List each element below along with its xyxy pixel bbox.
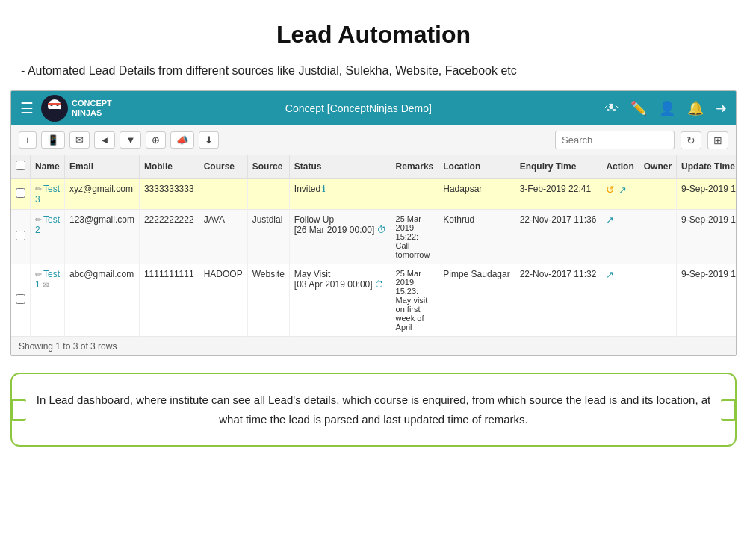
mobile-button[interactable]: 📱 <box>41 131 65 149</box>
col-remarks: Remarks <box>391 155 438 178</box>
row-checkbox[interactable] <box>16 188 25 198</box>
row-status: Follow Up [26 Mar 2019 00:00] ⏱ <box>289 210 391 264</box>
info-icon: ℹ <box>322 184 326 194</box>
nav-left: ☰ CONCEPT NINJAS <box>20 95 112 122</box>
row-update-time: 9-Sep-2019 14:30 <box>677 178 736 210</box>
row-owner <box>639 210 676 264</box>
row-source: Website <box>247 264 289 337</box>
col-status: Status <box>289 155 391 178</box>
table-header-row: Name Email Mobile Course Source Status R… <box>11 155 736 178</box>
col-email: Email <box>65 155 140 178</box>
page-title: Lead Automation <box>0 0 747 62</box>
row-checkbox-cell <box>11 210 31 264</box>
row-location: Kothrud <box>438 210 515 264</box>
toolbar-left: + 📱 ✉ ◄ ▼ ⊕ 📣 ⬇ <box>19 131 219 149</box>
table-row: ✏Test 1 ✉abc@gmail.com1111111111HADOOPWe… <box>11 264 736 337</box>
row-mobile: 3333333333 <box>139 178 199 210</box>
row-course: HADOOP <box>199 264 247 337</box>
row-checkbox[interactable] <box>16 294 25 304</box>
row-location: Pimpe Saudagar <box>438 264 515 337</box>
info-box-text: In Lead dashboard, where institute can s… <box>34 391 713 429</box>
logo-text: CONCEPT NINJAS <box>72 99 112 118</box>
email-button[interactable]: ✉ <box>69 131 90 149</box>
row-location: Hadapsar <box>438 178 515 210</box>
announce-button[interactable]: 📣 <box>170 131 194 149</box>
share-action-icon[interactable]: ↗ <box>619 184 627 196</box>
row-status: Invited ℹ <box>289 178 391 210</box>
row-email: abc@gmail.com <box>65 264 140 337</box>
edit-icon[interactable]: ✏ <box>35 184 42 193</box>
table-row: ✏Test 2123@gmail.com2222222222JAVAJustdi… <box>11 210 736 264</box>
row-action: ↗ <box>601 210 639 264</box>
row-remarks: 25 Mar 2019 15:22: Call tomorrow <box>391 210 438 264</box>
row-enquiry-time: 3-Feb-2019 22:41 <box>515 178 601 210</box>
nav-icons: 👁 ✏️ 👤 🔔 ➜ <box>605 100 727 116</box>
status-text: May Visit [03 Apr 2019 00:00] ⏱ <box>294 269 384 290</box>
page-subtitle: - Automated Lead Details from different … <box>0 62 747 90</box>
filter-button[interactable]: ▼ <box>120 131 141 149</box>
edit-action-icon[interactable]: ↺ <box>606 184 615 196</box>
table-row: ✏Test 3xyz@gmail.com3333333333Invited ℹH… <box>11 178 736 210</box>
col-mobile: Mobile <box>139 155 199 178</box>
bell-icon[interactable]: 🔔 <box>687 100 704 116</box>
share-action-icon[interactable]: ↗ <box>606 269 614 280</box>
email-flag-icon: ✉ <box>43 281 49 289</box>
logo-area: CONCEPT NINJAS <box>41 95 112 122</box>
refresh-button[interactable]: ↻ <box>681 131 701 149</box>
back-button[interactable]: ◄ <box>94 131 116 149</box>
grid-button[interactable]: ⊞ <box>707 131 728 149</box>
table-footer: Showing 1 to 3 of 3 rows <box>11 337 736 355</box>
row-checkbox-cell <box>11 264 31 337</box>
row-checkbox[interactable] <box>16 231 25 240</box>
row-email: 123@gmail.com <box>65 210 140 264</box>
crm-panel: ☰ CONCEPT NINJAS <box>10 90 737 356</box>
download-button[interactable]: ⬇ <box>199 131 219 149</box>
row-owner <box>639 264 676 337</box>
info-box: In Lead dashboard, where institute can s… <box>10 373 737 447</box>
row-remarks: 25 Mar 2019 15:23: May visit on first we… <box>391 264 438 337</box>
col-location: Location <box>438 155 515 178</box>
row-action: ↺↗ <box>601 178 639 210</box>
col-name: Name <box>31 155 65 178</box>
row-source: Justdial <box>247 210 289 264</box>
svg-rect-5 <box>48 103 61 105</box>
row-enquiry-time: 22-Nov-2017 11:32 <box>515 264 601 337</box>
row-name: ✏Test 3 <box>31 178 65 210</box>
col-source: Source <box>247 155 289 178</box>
circle-button[interactable]: ⊕ <box>146 131 166 149</box>
col-course: Course <box>199 155 247 178</box>
nav-brand: Concept [ConceptNinjas Demo] <box>285 102 432 114</box>
toolbar: + 📱 ✉ ◄ ▼ ⊕ 📣 ⬇ ↻ ⊞ <box>11 125 736 155</box>
edit-icon[interactable]: ✏ <box>35 215 42 224</box>
row-name: ✏Test 2 <box>31 210 65 264</box>
status-invited: Invited ℹ <box>294 184 326 194</box>
edit-icon[interactable]: ✏ <box>35 270 42 279</box>
col-update-time: Update Time <box>677 155 736 178</box>
row-checkbox-cell <box>11 178 31 210</box>
add-button[interactable]: + <box>19 131 37 149</box>
row-course: JAVA <box>199 210 247 264</box>
row-remarks <box>391 178 438 210</box>
row-mobile: 2222222222 <box>139 210 199 264</box>
col-enquiry-time: Enquiry Time <box>515 155 601 178</box>
col-owner: Owner <box>639 155 676 178</box>
clock-icon: ⏱ <box>375 279 384 290</box>
pencil-icon[interactable]: ✏️ <box>630 100 647 116</box>
col-checkbox <box>11 155 31 178</box>
hamburger-icon[interactable]: ☰ <box>20 99 34 117</box>
logout-icon[interactable]: ➜ <box>716 100 727 116</box>
share-action-icon[interactable]: ↗ <box>606 214 614 225</box>
nav-bar: ☰ CONCEPT NINJAS <box>11 91 736 125</box>
row-mobile: 1111111111 <box>139 264 199 337</box>
select-all-checkbox[interactable] <box>16 161 25 170</box>
search-input[interactable] <box>555 131 675 149</box>
toolbar-right: ↻ ⊞ <box>555 131 728 149</box>
user-icon[interactable]: 👤 <box>659 100 675 116</box>
row-owner <box>639 178 676 210</box>
row-name: ✏Test 1 ✉ <box>31 264 65 337</box>
row-status: May Visit [03 Apr 2019 00:00] ⏱ <box>289 264 391 337</box>
row-source <box>247 178 289 210</box>
status-text: Follow Up [26 Mar 2019 00:00] ⏱ <box>294 214 386 235</box>
row-update-time: 9-Sep-2019 14:29 <box>677 210 736 264</box>
eye-icon[interactable]: 👁 <box>605 101 619 116</box>
